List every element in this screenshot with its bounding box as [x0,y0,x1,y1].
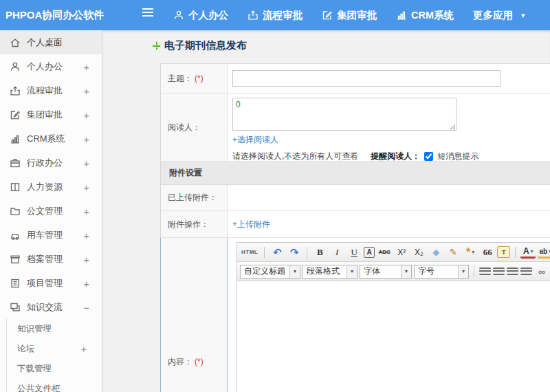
nav-item-group-approval[interactable]: 集团审批 [322,9,377,22]
nav-item-workflow-approval[interactable]: 流程审批 [248,9,302,22]
html-source-button[interactable]: HTML [240,246,259,259]
font-size-select[interactable]: 字号▾ [414,265,469,279]
nav-item-personal-office[interactable]: 个人办公 [173,9,228,22]
chevron-down-icon: ▾ [521,11,525,20]
sidebar-item-archive-management[interactable]: 档案管理+ [0,247,102,271]
insert-link-button[interactable]: ∞ [534,265,549,279]
redo-button[interactable]: ↷ [287,246,302,259]
sidebar-item-personal-office[interactable]: 个人办公+ [0,54,102,78]
expand-icon[interactable]: + [83,229,89,241]
sidebar-subitem-knowledge-management[interactable]: 知识管理 [7,319,102,339]
nav-item-label: 更多应用 [473,9,513,22]
uploaded-attachments-value [228,185,550,210]
content-row: 内容： (*) HTML↶↷BIUAABCX²X₂◆✎*▾66TA▾ab▾▾ 自… [160,238,550,392]
collapse-icon[interactable]: − [83,301,89,313]
editor-toolbar-row2: 自定义标题▾段落格式▾字体▾字号▾∞∞ [237,262,550,281]
sidebar-item-personal-desktop[interactable]: 个人桌面 [0,30,102,54]
font-family-select[interactable]: 字体▾ [360,265,412,279]
readers-row: 阅读人： 0 +选择阅读人 请选择阅读人,不选为所有人可查看 提醒阅读人： 短消… [161,94,550,162]
rich-text-editor: HTML↶↷BIUAABCX²X₂◆✎*▾66TA▾ab▾▾ 自定义标题▾段落格… [236,242,550,392]
strikethrough-button[interactable]: ABC [377,246,392,259]
sidebar-item-document-management[interactable]: 公文管理+ [0,199,102,223]
align-center-button[interactable] [493,268,505,275]
sidebar-item-label: 项目管理 [27,277,63,290]
expand-icon[interactable]: + [83,253,89,265]
sidebar-item-human-resources[interactable]: 人力资源+ [0,175,102,199]
sidebar-subitem-download-management[interactable]: 下载管理 [7,359,102,379]
auto-typeset-button[interactable]: *▾ [463,246,478,259]
chart-icon [396,10,407,21]
sidebar-subitem-public-file-cabinet[interactable]: 公共文件柜 [7,379,102,392]
expand-icon[interactable]: + [83,61,89,72]
sidebar-item-workflow-approval[interactable]: 流程审批+ [0,78,102,102]
undo-button[interactable]: ↶ [270,246,285,259]
paste-text-button[interactable]: T [497,246,510,258]
app-brand: PHPOA协同办公软件 [6,9,104,22]
readers-hint-text: 请选择阅读人,不选为所有人可查看 [232,151,358,162]
align-left-button[interactable] [479,268,491,275]
sidebar-item-crm-system[interactable]: CRM系统+ [0,127,102,151]
expand-icon[interactable]: + [83,181,89,193]
book-icon [10,182,21,193]
nav-item-more-apps[interactable]: 更多应用▾ [473,9,525,22]
sidebar-item-label: 档案管理 [27,253,63,265]
sidebar-item-label: 人力资源 [27,181,63,193]
top-navbar: PHPOA协同办公软件 个人办公流程审批集团审批CRM系统更多应用▾ [0,0,550,30]
font-color-button[interactable]: A▾ [520,246,536,259]
format-painter-button[interactable]: ✎ [446,246,461,259]
expand-icon[interactable]: + [83,85,89,96]
chevron-down-icon: ▾ [472,249,474,255]
hamburger-menu-icon[interactable] [142,12,153,13]
sidebar-item-project-management[interactable]: 项目管理+ [0,271,102,295]
sms-notify-checkbox[interactable] [424,152,433,161]
notebook-icon [10,278,21,289]
select-label: 自定义标题 [244,265,285,277]
expand-icon[interactable]: + [83,109,89,120]
underline-button[interactable]: U [346,246,362,259]
content-label: 内容： (*) [161,238,228,392]
chevron-down-icon: ▾ [531,248,534,254]
attachment-action-label: 附件操作： [161,211,228,237]
sidebar-subitem-forum[interactable]: 论坛+ [7,339,102,359]
sidebar-item-admin-office[interactable]: 行政办公+ [0,151,102,175]
bold-button[interactable]: B [312,246,327,259]
select-label: 段落格式 [307,265,340,277]
navbar-menu: 个人办公流程审批集团审批CRM系统更多应用▾ [173,0,525,30]
superscript-button[interactable]: X² [394,246,409,259]
nav-item-crm-system[interactable]: CRM系统 [396,9,454,22]
expand-icon[interactable]: + [81,344,87,355]
align-justify-button[interactable] [520,268,532,275]
sidebar-item-group-approval[interactable]: 集团审批+ [0,102,102,127]
upload-attachment-link[interactable]: +上传附件 [232,219,270,230]
chat-icon [10,302,21,313]
sidebar-item-vehicle-management[interactable]: 用车管理+ [0,223,102,247]
eraser-button[interactable]: ◆ [428,246,443,259]
paragraph-format-select[interactable]: 段落格式▾ [302,265,358,279]
sidebar-item-label: 知识交流 [27,301,63,314]
nav-item-label: 集团审批 [337,9,377,22]
select-readers-link[interactable]: +选择阅读人 [232,134,278,146]
editor-canvas[interactable] [237,281,550,392]
editor-toolbar-row1: HTML↶↷BIUAABCX²X₂◆✎*▾66TA▾ab▾▾ [237,243,550,262]
expand-icon[interactable]: + [83,277,89,289]
edit-icon [10,109,21,120]
sidebar-item-knowledge-exchange[interactable]: 知识交流− [0,295,102,319]
readers-textarea[interactable]: 0 [232,98,456,131]
blockquote-button[interactable]: 66 [480,246,495,259]
font-border-button[interactable]: A [364,247,375,258]
expand-icon[interactable]: + [83,133,89,144]
subject-input[interactable] [232,70,500,87]
archive-icon [10,254,21,265]
italic-button[interactable]: I [329,246,344,259]
align-right-button[interactable] [507,268,518,275]
uploaded-attachments-row: 已上传附件： [161,185,550,211]
page-title: 电子期刊信息发布 [152,39,247,52]
nav-item-label: 个人办公 [188,9,228,22]
expand-icon[interactable]: + [83,205,89,217]
process-icon [10,85,21,96]
subscript-button[interactable]: X₂ [411,246,426,259]
highlight-color-button[interactable]: ab▾ [538,246,550,259]
custom-title-select[interactable]: 自定义标题▾ [240,265,300,279]
expand-icon[interactable]: + [83,157,89,168]
subject-label: 主题： (*) [161,64,228,93]
